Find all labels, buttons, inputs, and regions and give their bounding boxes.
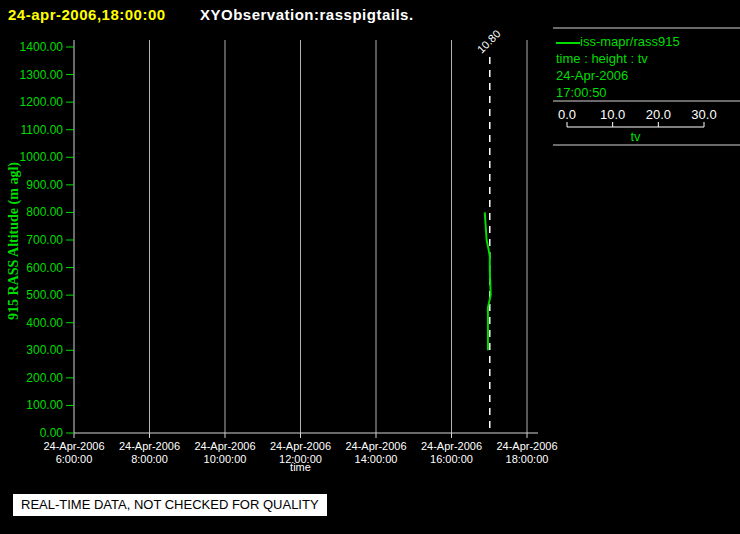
legend-series-name: iss-mapr/rass915 [580, 34, 680, 49]
legend-relation: time : height : tv [556, 50, 680, 67]
y-tick-label: 600.00 [26, 261, 63, 275]
x-tick-date-label: 24-Apr-2006 [345, 440, 406, 452]
x-tick-time-label: 18:00:00 [506, 453, 549, 465]
y-tick-label: 300.00 [26, 343, 63, 357]
x-axis-title: time [290, 461, 311, 473]
y-tick-label: 700.00 [26, 233, 63, 247]
x-tick-time-label: 16:00:00 [430, 453, 473, 465]
legend-time: 17:00:50 [556, 84, 680, 101]
quality-banner: REAL-TIME DATA, NOT CHECKED FOR QUALITY [13, 494, 327, 516]
y-tick-label: 0.00 [40, 426, 64, 440]
x-tick-time-label: 6:00:00 [56, 453, 93, 465]
legend-panel: iss-mapr/rass915 time : height : tv 24-A… [556, 33, 680, 101]
legend-date: 24-Apr-2006 [556, 67, 680, 84]
y-axis-label: 915 RASS Altitude (m agl) [6, 162, 22, 320]
page-title: XYObservation:rasspigtails. [200, 6, 414, 23]
app-window: 24-Apr-20066:00:0024-Apr-20068:00:0024-A… [0, 0, 740, 534]
y-tick-label: 800.00 [26, 205, 63, 219]
tv-tick-label: 10.0 [600, 107, 625, 122]
y-tick-label: 1300.00 [20, 68, 64, 82]
y-tick-label: 1200.00 [20, 95, 64, 109]
tv-axis-title: tv [630, 129, 641, 144]
x-tick-date-label: 24-Apr-2006 [119, 440, 180, 452]
y-tick-label: 100.00 [26, 398, 63, 412]
x-tick-date-label: 24-Apr-2006 [43, 440, 104, 452]
legend-series-row: iss-mapr/rass915 [556, 33, 680, 50]
x-tick-date-label: 24-Apr-2006 [270, 440, 331, 452]
y-tick-label: 1100.00 [21, 123, 64, 137]
y-tick-label: 500.00 [26, 288, 63, 302]
y-tick-label: 400.00 [26, 316, 63, 330]
x-tick-time-label: 14:00:00 [355, 453, 398, 465]
y-tick-label: 1400.00 [20, 40, 64, 54]
y-tick-label: 1000.00 [20, 150, 64, 164]
profile-trace [485, 212, 491, 350]
legend-line-sample-icon [556, 42, 580, 44]
x-tick-time-label: 8:00:00 [131, 453, 168, 465]
x-tick-date-label: 24-Apr-2006 [421, 440, 482, 452]
y-tick-label: 200.00 [26, 371, 63, 385]
tv-tick-label: 30.0 [691, 107, 716, 122]
y-tick-label: 900.00 [26, 178, 63, 192]
x-tick-date-label: 24-Apr-2006 [496, 440, 557, 452]
x-tick-date-label: 24-Apr-2006 [194, 440, 255, 452]
tv-tick-label: 0.0 [558, 107, 576, 122]
tv-tick-label: 20.0 [646, 107, 671, 122]
header-datetime: 24-apr-2006,18:00:00 [8, 6, 166, 23]
cursor-value-label: 10.80 [475, 27, 503, 55]
x-tick-time-label: 10:00:00 [204, 453, 247, 465]
